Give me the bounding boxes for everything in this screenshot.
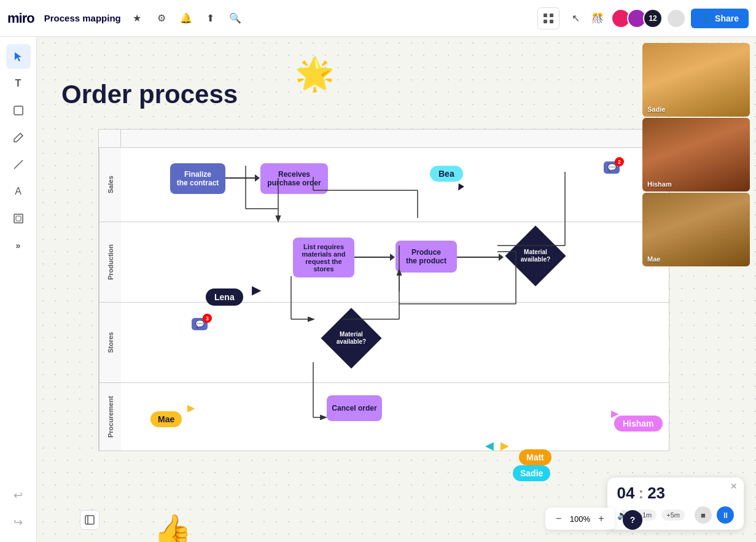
canvas[interactable]: Order process 🌟 Sales Finalizethe contra… [37,37,756,542]
video-panel: Sadie Hisham Mae [642,43,750,266]
arrow-produce-diamond [457,257,500,258]
zoom-level: 100% [570,514,590,524]
arrow-produce-diamond-head [499,254,504,261]
undo-button[interactable]: ↩ [6,483,31,508]
diamond-material-stores[interactable]: Materialavailable? [327,314,376,363]
tool-frame[interactable] [6,206,31,231]
cursor-mae: ▶ [187,402,195,414]
shapes-icon: A [15,186,21,197]
cursor-lena: ▶ [252,282,261,297]
redo-button[interactable]: ↪ [6,510,31,535]
node-cancel-text: Cancel order [332,404,376,412]
comment-icon: 💬 [607,163,617,172]
node-finalize-text: Finalizethe contract [177,170,219,187]
swimlane-container: Sales Finalizethe contract Receivespurch… [98,129,669,451]
cursor-sadie: ◀ [485,439,494,452]
tool-text[interactable]: T [6,71,31,96]
svg-rect-26 [85,516,94,524]
comment-badge-stores[interactable]: 💬 3 [192,318,208,330]
main-area: T A » ↩ ↪ Order process 🌟 [0,37,756,542]
avatar-self [666,9,686,28]
comment-stores-count: 3 [203,314,212,323]
share-icon: 👤 [701,14,711,23]
label-procurement: Procurement [99,383,121,451]
node-produce[interactable]: Producethe product [396,241,457,273]
swimlane-production: Production List requiresmaterials andreq… [99,222,669,303]
tool-line[interactable] [6,152,31,177]
arrow-1-head [255,174,260,182]
node-finalize[interactable]: Finalizethe contract [170,163,225,194]
upload-icon[interactable]: ⬆ [202,10,219,27]
node-list-req[interactable]: List requiresmaterials andrequest the st… [293,238,354,277]
user-label-hisham: Hisham [614,416,663,432]
comment-stores-icon: 💬 [195,320,205,328]
content-production: List requiresmaterials andrequest the st… [121,222,669,302]
timer-close-button[interactable]: ✕ [730,481,738,491]
bell-icon[interactable]: 🔔 [177,10,195,27]
svg-rect-2 [544,20,547,23]
help-button[interactable]: ? [623,510,642,530]
cursor-matt: ▶ [501,439,509,452]
apps-button[interactable] [537,7,559,29]
avatar-count[interactable]: 12 [643,9,663,28]
search-icon[interactable]: 🔍 [227,10,244,27]
tool-shapes[interactable]: A [6,179,31,204]
tool-select[interactable] [6,44,31,69]
timer-minutes: 04 [617,484,635,503]
confetti-icon[interactable]: 🎊 [589,10,606,27]
star-icon[interactable]: ★ [128,10,146,27]
timer-stop-icon: ■ [701,511,706,520]
user-label-matt: Matt [519,449,551,465]
settings-icon[interactable]: ⚙ [153,10,170,27]
video-label-mae: Mae [647,255,660,263]
timer-add-5m[interactable]: +5m [661,509,685,521]
timer-pause-button[interactable]: ⏸ [717,506,734,524]
collaborator-avatars: 12 [611,9,686,28]
label-production: Production [99,222,121,302]
star-sticker: 🌟 [295,55,335,93]
video-label-hisham: Hisham [647,180,672,188]
diamond-material-prod[interactable]: Materialavailable? [511,231,560,281]
arrow-1 [225,177,256,179]
swimlane-sales: Sales Finalizethe contract Receivespurch… [99,148,669,222]
more-icon: » [16,241,21,250]
video-tile-sadie: Sadie [642,43,750,117]
zoom-in-button[interactable]: + [594,511,609,526]
share-label: Share [715,14,739,23]
node-receives[interactable]: Receivespurchase order [260,163,328,194]
user-label-lena: Lena [206,288,243,306]
pointer-tool-icon[interactable]: ↖ [567,10,584,27]
svg-rect-6 [14,214,23,223]
svg-rect-0 [544,14,547,17]
timer-stop-button[interactable]: ■ [695,506,712,524]
text-icon: T [15,78,21,89]
label-stores: Stores [99,303,121,382]
node-list-req-text: List requiresmaterials andrequest the st… [297,243,351,273]
header-right-tools: ↖ 🎊 12 👤 Share [567,9,749,28]
header: miro Process mapping ★ ⚙ 🔔 ⬆ 🔍 ↖ 🎊 12 👤 … [0,0,756,37]
arrow-list-produce [354,257,391,258]
svg-rect-1 [550,14,553,17]
content-procurement: Cancel order [121,383,669,451]
video-label-sadie: Sadie [647,106,665,113]
zoom-bar: − 100% + [545,508,615,530]
user-label-mae: Mae [150,411,182,427]
share-button[interactable]: 👤 Share [691,9,749,28]
comment-count-2: 2 [615,157,624,166]
timer-display: 04 : 23 [617,484,734,503]
zoom-out-button[interactable]: − [551,511,566,526]
svg-rect-4 [14,106,23,115]
node-cancel[interactable]: Cancel order [327,395,382,421]
tool-pen[interactable] [6,125,31,150]
sidebar-panel-button[interactable] [80,510,99,530]
svg-rect-3 [550,20,553,23]
arrow-list-produce-head [390,254,395,261]
label-sales: Sales [99,148,121,222]
comment-badge-sales[interactable]: 💬 2 [604,161,620,174]
tool-more[interactable]: » [6,233,31,258]
svg-rect-7 [16,216,21,221]
node-produce-text: Producethe product [406,248,446,265]
swimlane-header [99,130,669,148]
swimlane-procurement: Procurement Cancel order [99,383,669,451]
tool-sticky[interactable] [6,98,31,123]
